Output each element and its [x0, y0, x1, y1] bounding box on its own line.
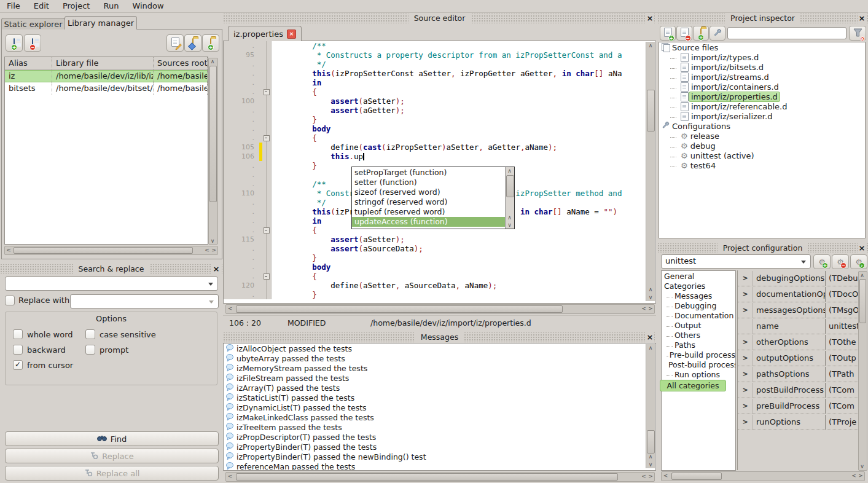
clone-configuration-button[interactable]: ⚙› [850, 254, 867, 269]
project-inspector-tree[interactable]: Source filesimport/iz/types.dimport/iz/b… [659, 42, 866, 238]
table-row[interactable]: iz/home/basile/dev/iz/lib/iz./home/basil… [5, 70, 208, 82]
checkbox[interactable] [13, 345, 23, 355]
library-table-hscrollbar[interactable]: < < > [4, 246, 218, 255]
configuration-categories[interactable]: GeneralCategoriesMessagesDebuggingDocume… [661, 270, 736, 471]
expand-icon[interactable]: > [738, 418, 753, 426]
property-row-preBuildProcess[interactable]: >preBuildProcess(TCom [738, 398, 858, 414]
remove-source-button[interactable]: − [676, 26, 692, 41]
add-source-button[interactable]: + [660, 26, 676, 41]
option-prompt[interactable]: prompt [85, 345, 212, 355]
library-table-header[interactable]: AliasLibrary fileSources root [5, 57, 208, 70]
project-settings-button[interactable] [710, 26, 725, 41]
fold-margin[interactable] [262, 87, 272, 96]
checkbox[interactable]: ✓ [13, 360, 23, 370]
edit-library-button[interactable] [166, 34, 184, 52]
message-item[interactable]: izTreeItem passed the tests [224, 422, 655, 432]
option-backward[interactable]: backward [13, 345, 85, 355]
tree-item-test64[interactable]: ⚙test64 [659, 160, 865, 170]
category-paths[interactable]: Paths [662, 340, 735, 350]
remove-configuration-button[interactable]: ⚙− [832, 254, 849, 269]
menu-item-edit[interactable]: Edit [27, 0, 56, 12]
close-tab-icon[interactable]: × [287, 29, 296, 39]
expand-icon[interactable]: > [738, 354, 753, 362]
column-header[interactable]: Alias [5, 57, 52, 69]
category-others[interactable]: Others [662, 330, 735, 340]
messages-vscrollbar[interactable]: ∧ ∧ ∨ [646, 344, 655, 468]
menu-item-file[interactable]: File [0, 0, 27, 12]
tree-item-import-iz-referencable-d[interactable]: import/iz/referencable.d [659, 101, 865, 111]
property-row-outputOptions[interactable]: >outputOptions(TOutp [738, 350, 858, 366]
filter-button[interactable]: × [849, 26, 866, 41]
fold-collapse-icon[interactable] [264, 227, 270, 234]
category-documentation[interactable]: Documentation [662, 310, 735, 320]
editor-tab[interactable]: iz.properties × [228, 26, 302, 41]
message-item[interactable]: ubyteArray passed the tests [224, 353, 655, 363]
fold-margin[interactable] [262, 226, 272, 235]
category-pre-build-process[interactable]: Pre-build process [662, 350, 735, 359]
category-debugging[interactable]: Debugging [662, 300, 735, 310]
fold-collapse-icon[interactable] [264, 89, 270, 95]
category-output[interactable]: Output [662, 320, 735, 330]
editor-hscrollbar[interactable]: < < > [225, 304, 655, 314]
configuration-select[interactable]: unittest [661, 254, 811, 269]
close-icon[interactable]: × [212, 264, 221, 274]
tree-item-release[interactable]: ⚙release [659, 131, 865, 141]
messages-list[interactable]: izAllocObject passed the testsubyteArray… [223, 343, 656, 471]
library-table-vscrollbar[interactable]: ∧ ∨ [208, 58, 218, 245]
all-categories-button[interactable]: All categories [660, 380, 726, 391]
option-case-sensitive[interactable]: case sensitive [85, 329, 212, 339]
message-item[interactable]: izArray(T) passed the tests [224, 383, 655, 393]
tree-item-import-iz-types-d[interactable]: import/iz/types.d [659, 52, 865, 62]
search-input[interactable] [5, 277, 218, 291]
message-item[interactable]: izPropertyBinder(T) passed the tests [224, 442, 655, 452]
tree-item-import-iz-bitsets-d[interactable]: import/iz/bitsets.d [659, 62, 865, 72]
tree-item-import-iz-serializer-d[interactable]: import/iz/serializer.d [659, 111, 865, 121]
message-item[interactable]: izDynamicList(T) passed the tests [224, 402, 655, 412]
add-library-button[interactable]: + [6, 34, 23, 52]
grid-vscrollbar[interactable]: ∧ ∨ [858, 271, 867, 471]
menu-item-project[interactable]: Project [56, 0, 96, 12]
close-icon[interactable]: × [646, 14, 654, 23]
checkbox[interactable] [85, 329, 95, 339]
menu-item-window[interactable]: Window [125, 0, 170, 12]
menu-item-run[interactable]: Run [96, 0, 125, 12]
tree-item-import-iz-properties-d[interactable]: import/iz/properties.d [659, 92, 865, 101]
tab-library-manager[interactable]: Library manager [65, 16, 137, 29]
category-run-options[interactable]: Run options [662, 369, 735, 379]
message-item[interactable]: izPropertyBinder(T) passed the newBindin… [224, 452, 655, 461]
property-row-name[interactable]: nameunittest [738, 318, 858, 334]
message-item[interactable]: izMemoryStream passed the tests [224, 363, 655, 373]
tree-item-unittest-active-[interactable]: ⚙unittest (active) [659, 151, 865, 160]
tree-item-import-iz-containers-d[interactable]: import/iz/containers.d [659, 82, 865, 92]
tree-item-import-iz-streams-d[interactable]: import/iz/streams.d [659, 72, 865, 82]
replace-input[interactable] [70, 294, 219, 308]
close-icon[interactable]: × [858, 14, 866, 23]
editor-body[interactable]: . /**95 * Constructs a property descript… [223, 41, 656, 304]
completion-item[interactable]: stringof (reserved word) [352, 197, 505, 207]
option-from-cursor[interactable]: ✓from cursor [13, 360, 85, 370]
tree-item-configurations[interactable]: Configurations [659, 121, 865, 131]
expand-icon[interactable]: > [738, 370, 753, 378]
property-row-messagesOptions[interactable]: >messagesOptions(TMsgO [738, 302, 858, 318]
property-row-debugingOptions[interactable]: >debugingOptions(TDebu [738, 270, 858, 286]
replace-all-button[interactable]: Replace all [5, 466, 219, 481]
completion-item[interactable]: tupleof (reserved word) [352, 207, 505, 217]
property-row-postBuildProcess[interactable]: >postBuildProcess(TCom [738, 382, 858, 398]
property-row-otherOptions[interactable]: >otherOptions(TOthe [738, 334, 858, 350]
configuration-grid[interactable]: >debugingOptions(TDebu>documentationOpti… [737, 270, 858, 470]
remove-library-button[interactable]: − [24, 34, 41, 52]
completion-scrollbar[interactable]: ∧ ∧ ∨ [505, 167, 514, 229]
checkbox[interactable] [85, 345, 95, 355]
category-post-build-process[interactable]: Post-build process [662, 359, 735, 369]
message-item[interactable]: izFileStream passed the tests [224, 373, 655, 383]
add-folder-library-button[interactable]: + [202, 34, 219, 52]
fold-collapse-icon[interactable] [264, 273, 270, 280]
category-general[interactable]: General [662, 271, 735, 281]
expand-icon[interactable]: > [738, 386, 753, 394]
message-item[interactable]: izAllocObject passed the tests [224, 344, 655, 353]
message-item[interactable]: izPropDescriptor(T) passed the tests [224, 432, 655, 442]
completion-item[interactable]: setter (function) [352, 178, 505, 187]
expand-icon[interactable]: > [738, 402, 753, 410]
property-row-documentationOptions[interactable]: >documentationOptions(TDocO [738, 286, 858, 302]
tree-item-debug[interactable]: ⚙debug [659, 141, 865, 151]
